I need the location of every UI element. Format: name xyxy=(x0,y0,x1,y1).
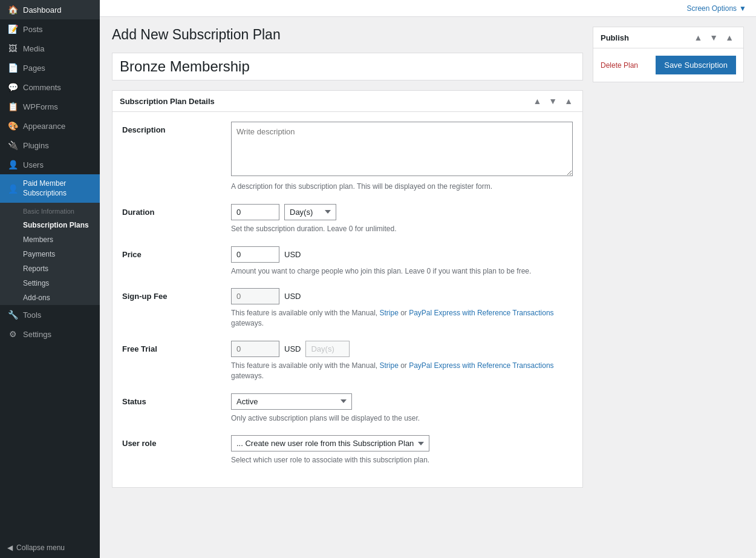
user-role-select[interactable]: ... Create new user role from this Subsc… xyxy=(231,435,429,451)
description-row: Description A description for this subsc… xyxy=(122,122,573,192)
duration-inputs: Day(s) Week(s) Month(s) Year(s) xyxy=(231,204,573,220)
sidebar-item-label: Settings xyxy=(23,330,51,339)
free-trial-hint-middle: or xyxy=(399,361,409,370)
sidebar-item-label: Comments xyxy=(23,83,61,92)
free-trial-hint-prefix: This feature is available only with the … xyxy=(231,361,379,370)
price-currency: USD xyxy=(284,250,301,259)
description-textarea[interactable] xyxy=(231,122,573,176)
status-select[interactable]: Active Inactive xyxy=(231,393,352,410)
description-hint: A description for this subscription plan… xyxy=(231,182,573,192)
user-role-field: ... Create new user role from this Subsc… xyxy=(231,435,573,465)
panel-controls: ▲ ▼ ▲ xyxy=(530,96,575,107)
sidebar-item-pages[interactable]: 📄 Pages xyxy=(0,58,100,77)
main-content: Screen Options ▼ Add New Subscription Pl… xyxy=(100,0,756,558)
sidebar-item-settings[interactable]: ⚙ Settings xyxy=(0,324,100,344)
wpforms-icon: 📋 xyxy=(7,102,18,111)
submenu-item-addons[interactable]: Add-ons xyxy=(0,290,100,305)
sidebar-item-tools[interactable]: 🔧 Tools xyxy=(0,305,100,324)
signup-fee-currency: USD xyxy=(284,292,301,301)
media-icon: 🖼 xyxy=(7,44,18,53)
signup-fee-paypal-link[interactable]: PayPal Express with Reference Transactio… xyxy=(409,309,553,317)
submenu-item-subscription-plans[interactable]: Subscription Plans xyxy=(0,218,100,232)
free-trial-inputs: USD Day(s) xyxy=(231,341,573,357)
duration-unit-select[interactable]: Day(s) Week(s) Month(s) Year(s) xyxy=(284,204,336,220)
submenu-item-payments[interactable]: Payments xyxy=(0,247,100,261)
publish-up-button[interactable]: ▲ xyxy=(691,32,705,43)
status-label: Status xyxy=(122,393,231,406)
signup-fee-number-input[interactable] xyxy=(231,288,279,304)
free-trial-unit-select[interactable]: Day(s) xyxy=(305,341,350,357)
price-inputs: USD xyxy=(231,246,573,263)
duration-number-input[interactable] xyxy=(231,204,279,220)
panel-down-button[interactable]: ▼ xyxy=(546,96,559,107)
description-label: Description xyxy=(122,122,231,134)
sidebar-item-label: WPForms xyxy=(23,102,58,111)
submenu-section-header: Basic Information xyxy=(0,203,100,218)
publish-header-controls: ▲ ▼ ▲ xyxy=(691,32,736,43)
sidebar-item-paid-member[interactable]: 👤 Paid MemberSubscriptions xyxy=(0,174,100,203)
publish-collapse-button[interactable]: ▲ xyxy=(723,32,736,43)
submenu-item-settings[interactable]: Settings xyxy=(0,276,100,290)
page-title: Add New Subscription Plan xyxy=(112,27,583,43)
plan-title-input[interactable] xyxy=(112,53,583,80)
price-row: Price USD Amount you want to charge peop… xyxy=(122,246,573,277)
topbar: Screen Options ▼ xyxy=(100,0,756,17)
free-trial-label: Free Trial xyxy=(122,341,231,353)
publish-panel: Publish ▲ ▼ ▲ Delete Plan Save Subscript… xyxy=(593,27,744,82)
sidebar-item-users[interactable]: 👤 Users xyxy=(0,155,100,174)
panel-body: Description A description for this subsc… xyxy=(112,112,582,487)
price-label: Price xyxy=(122,246,231,259)
sidebar-item-plugins[interactable]: 🔌 Plugins xyxy=(0,136,100,155)
collapse-icon: ◀ xyxy=(7,543,13,552)
free-trial-field: USD Day(s) This feature is available onl… xyxy=(231,341,573,381)
sidebar-item-wpforms[interactable]: 📋 WPForms xyxy=(0,97,100,116)
publish-header: Publish ▲ ▼ ▲ xyxy=(593,27,743,48)
main-column: Add New Subscription Plan Subscription P… xyxy=(112,27,583,497)
sidebar-item-comments[interactable]: 💬 Comments xyxy=(0,77,100,97)
free-trial-row: Free Trial USD Day(s) This feature is av… xyxy=(122,341,573,381)
free-trial-stripe-link[interactable]: Stripe xyxy=(379,361,398,370)
signup-fee-inputs: USD xyxy=(231,288,573,304)
subscription-plan-details-panel: Subscription Plan Details ▲ ▼ ▲ Descript… xyxy=(112,90,583,488)
submenu-item-members[interactable]: Members xyxy=(0,232,100,247)
sidebar-item-label: Users xyxy=(23,160,44,169)
user-role-hint: Select which user role to associate with… xyxy=(231,455,573,465)
users-icon: 👤 xyxy=(7,160,18,169)
tools-icon: 🔧 xyxy=(7,310,18,320)
chevron-down-icon: ▼ xyxy=(739,4,746,13)
collapse-menu[interactable]: ◀ Collapse menu xyxy=(0,537,100,558)
free-trial-paypal-link[interactable]: PayPal Express with Reference Transactio… xyxy=(409,361,553,370)
signup-fee-label: Sign-up Fee xyxy=(122,288,231,301)
publish-down-button[interactable]: ▼ xyxy=(707,32,720,43)
duration-label: Duration xyxy=(122,204,231,217)
screen-options-label: Screen Options xyxy=(686,4,737,13)
screen-options-button[interactable]: Screen Options ▼ xyxy=(686,4,746,13)
signup-fee-hint-suffix: gateways. xyxy=(231,319,264,327)
comments-icon: 💬 xyxy=(7,82,18,92)
save-subscription-button[interactable]: Save Subscription xyxy=(656,56,736,74)
panel-up-button[interactable]: ▲ xyxy=(530,96,544,107)
sidebar-item-posts[interactable]: 📝 Posts xyxy=(0,19,100,39)
status-field: Active Inactive Only active subscription… xyxy=(231,393,573,424)
signup-fee-row: Sign-up Fee USD This feature is availabl… xyxy=(122,288,573,329)
signup-fee-hint-middle: or xyxy=(399,309,409,317)
price-number-input[interactable] xyxy=(231,246,279,263)
sidebar-item-media[interactable]: 🖼 Media xyxy=(0,39,100,58)
panel-collapse-button[interactable]: ▲ xyxy=(562,96,575,107)
signup-fee-stripe-link[interactable]: Stripe xyxy=(379,309,398,317)
submenu-item-reports[interactable]: Reports xyxy=(0,261,100,276)
plugins-icon: 🔌 xyxy=(7,140,18,150)
signup-fee-hint: This feature is available only with the … xyxy=(231,308,573,329)
sidebar-item-appearance[interactable]: 🎨 Appearance xyxy=(0,116,100,136)
sidebar-item-label: Dashboard xyxy=(23,5,62,15)
free-trial-number-input[interactable] xyxy=(231,341,279,357)
sidebar-item-label: Plugins xyxy=(23,141,49,150)
content-area: Add New Subscription Plan Subscription P… xyxy=(100,17,756,558)
sidebar-item-label: Pages xyxy=(23,64,45,73)
price-hint: Amount you want to charge people who joi… xyxy=(231,266,573,277)
sidebar-column: Publish ▲ ▼ ▲ Delete Plan Save Subscript… xyxy=(593,27,744,82)
sidebar-item-dashboard[interactable]: 🏠 Dashboard xyxy=(0,0,100,19)
delete-plan-link[interactable]: Delete Plan xyxy=(601,61,638,70)
appearance-icon: 🎨 xyxy=(7,121,18,131)
duration-row: Duration Day(s) Week(s) Month(s) Year(s) xyxy=(122,204,573,234)
